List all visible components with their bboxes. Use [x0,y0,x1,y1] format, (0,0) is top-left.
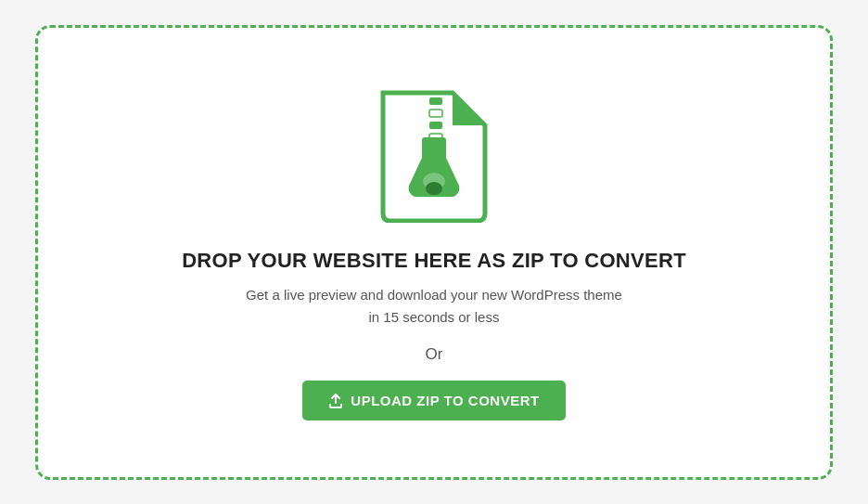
upload-icon [328,394,343,408]
drop-zone[interactable]: DROP YOUR WEBSITE HERE AS ZIP TO CONVERT… [35,25,833,480]
svg-rect-0 [429,97,442,105]
svg-rect-1 [429,110,442,117]
drop-subtext: Get a live preview and download your new… [246,284,622,329]
upload-zip-button[interactable]: UPLOAD ZIP TO CONVERT [302,381,565,420]
svg-rect-2 [429,122,442,129]
zip-file-icon [374,84,494,226]
or-label: Or [426,345,443,364]
svg-rect-4 [422,137,446,149]
svg-point-6 [426,182,442,195]
drop-headline: DROP YOUR WEBSITE HERE AS ZIP TO CONVERT [182,249,686,273]
upload-button-label: UPLOAD ZIP TO CONVERT [351,393,539,408]
